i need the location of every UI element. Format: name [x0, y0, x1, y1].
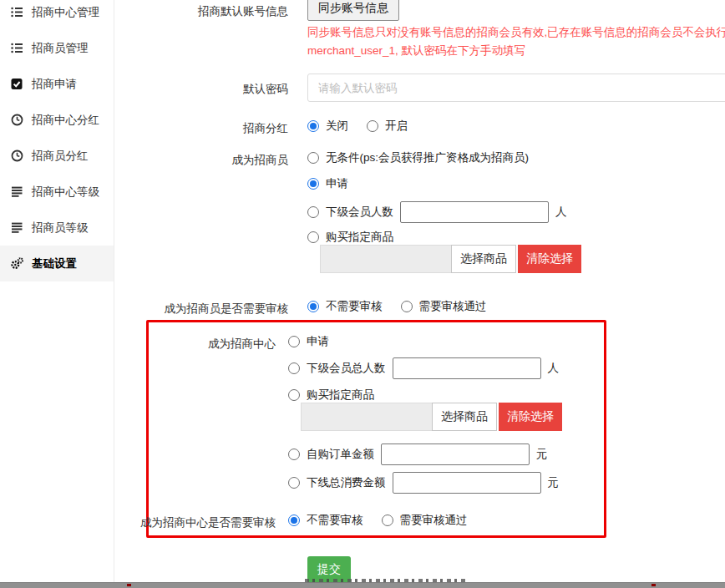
radio-agent-audit-no-label[interactable]: 不需要审核: [326, 299, 383, 314]
radio-agent-unconditional[interactable]: [307, 152, 319, 164]
center-option-self-order[interactable]: 自购订单金额 元: [288, 444, 548, 465]
center-option-total-sub-members-label: 下级会员总人数: [307, 361, 386, 376]
agent-select-product-button[interactable]: 选择商品: [451, 245, 516, 273]
sidebar-item-basic-settings[interactable]: 基础设置: [0, 246, 114, 281]
sidebar-item-label: 招商中心分红: [32, 113, 99, 128]
radio-center-audit-no-label[interactable]: 不需要审核: [307, 513, 363, 528]
agent-sub-members-input[interactable]: [400, 201, 549, 223]
sidebar: 招商中心管理 招商员管理 招商申请 招商中心分红 招商员分红: [0, 0, 114, 582]
sidebar-item-label: 招商中心等级: [32, 185, 99, 200]
sync-account-button[interactable]: 同步账号信息: [307, 0, 399, 21]
center-self-order-input[interactable]: [381, 444, 530, 465]
bars-icon: [11, 185, 23, 198]
radio-center-self-order[interactable]: [288, 449, 300, 460]
radio-agent-apply[interactable]: [307, 178, 319, 190]
radio-agent-sub-members[interactable]: [307, 206, 319, 218]
center-option-apply[interactable]: 申请: [288, 334, 329, 349]
agent-option-apply-label: 申请: [326, 176, 348, 191]
radio-dividend-off-label[interactable]: 关闭: [326, 119, 348, 134]
gears-icon: [11, 257, 23, 270]
radio-agent-audit-no[interactable]: [307, 301, 319, 312]
center-audit-radio-group: 不需要审核 需要审核通过: [288, 513, 468, 528]
center-option-buy-product[interactable]: 购买指定商品: [288, 388, 374, 403]
center-product-display-field: [301, 403, 433, 431]
warning-text-line1: 同步账号信息只对没有账号信息的招商会员有效,已存在账号信息的招商会员不会执行该程…: [307, 25, 725, 40]
sidebar-item-center-dividend[interactable]: 招商中心分红: [0, 102, 114, 138]
sidebar-item-merchant-application[interactable]: 招商申请: [0, 66, 114, 102]
become-agent-label: 成为招商员: [114, 153, 288, 168]
agent-product-selector: 选择商品 清除选择: [320, 245, 581, 273]
agent-option-apply[interactable]: 申请: [307, 176, 348, 191]
center-option-downline-total[interactable]: 下线总消费金额 元: [288, 472, 559, 494]
sidebar-item-label: 招商员分红: [32, 149, 89, 164]
sidebar-item-label: 招商申请: [32, 77, 77, 92]
agent-option-unconditional-label: 无条件(ps:会员获得推广资格成为招商员): [326, 150, 529, 165]
radio-agent-audit-yes[interactable]: [401, 301, 413, 312]
agent-sub-members-suffix: 人: [555, 205, 567, 220]
agent-option-sub-members-label: 下级会员人数: [326, 205, 393, 220]
center-select-product-button[interactable]: 选择商品: [432, 403, 497, 431]
radio-center-buy-product[interactable]: [288, 389, 300, 401]
horizontal-scrollbar[interactable]: [0, 582, 725, 588]
sidebar-item-label: 基础设置: [32, 256, 77, 271]
radio-agent-buy-product[interactable]: [307, 231, 319, 243]
sidebar-item-staff-level[interactable]: 招商员等级: [0, 210, 114, 246]
become-center-label: 成为招商中心: [114, 337, 276, 352]
clock-icon: [11, 150, 23, 162]
default-password-label: 默认密码: [114, 82, 288, 97]
dividend-radio-group: 关闭 开启: [307, 119, 408, 134]
radio-center-audit-yes[interactable]: [382, 514, 393, 526]
scrollbar-red-tick: [651, 584, 656, 586]
sidebar-item-label: 招商中心管理: [32, 5, 99, 20]
check-square-icon: [11, 78, 23, 90]
center-option-buy-product-label: 购买指定商品: [307, 388, 374, 403]
clock-icon: [11, 114, 23, 126]
radio-center-total-sub-members[interactable]: [288, 362, 300, 374]
center-total-sub-members-input[interactable]: [393, 357, 541, 379]
agent-option-unconditional[interactable]: 无条件(ps:会员获得推广资格成为招商员): [307, 150, 529, 165]
radio-center-audit-yes-label[interactable]: 需要审核通过: [400, 513, 468, 528]
center-option-apply-label: 申请: [307, 334, 329, 349]
sidebar-item-merchant-staff-management[interactable]: 招商员管理: [0, 30, 114, 66]
bars-icon: [11, 221, 23, 234]
radio-center-downline-total[interactable]: [288, 477, 300, 489]
list-icon: [11, 6, 23, 18]
list-icon: [11, 42, 23, 54]
center-total-sub-members-suffix: 人: [548, 361, 560, 376]
center-option-total-sub-members[interactable]: 下级会员总人数 人: [288, 357, 559, 379]
sidebar-item-staff-dividend[interactable]: 招商员分红: [0, 138, 114, 174]
radio-center-apply[interactable]: [288, 336, 300, 347]
agent-product-display-field: [320, 245, 452, 273]
default-password-input[interactable]: [307, 74, 725, 102]
center-downline-total-suffix: 元: [548, 475, 560, 490]
center-option-downline-total-label: 下线总消费金额: [307, 475, 386, 490]
sidebar-item-label: 招商员管理: [32, 41, 89, 56]
agent-option-sub-members[interactable]: 下级会员人数 人: [307, 201, 567, 223]
agent-audit-radio-group: 不需要审核 需要审核通过: [307, 299, 487, 314]
sidebar-item-label: 招商员等级: [32, 220, 89, 236]
agent-option-buy-product[interactable]: 购买指定商品: [307, 230, 393, 245]
scrollbar-red-tick: [127, 584, 131, 586]
center-self-order-suffix: 元: [536, 447, 548, 462]
agent-option-buy-product-label: 购买指定商品: [326, 230, 393, 245]
radio-center-audit-no[interactable]: [288, 514, 300, 526]
account-info-label: 招商默认账号信息: [114, 4, 288, 19]
settings-form: 招商默认账号信息 同步账号信息 同步账号信息只对没有账号信息的招商会员有效,已存…: [114, 0, 725, 582]
sidebar-item-merchant-center-management[interactable]: 招商中心管理: [0, 0, 114, 30]
dividend-label: 招商分红: [114, 121, 288, 136]
agent-clear-selection-button[interactable]: 清除选择: [518, 245, 581, 273]
radio-dividend-on-label[interactable]: 开启: [385, 119, 408, 134]
radio-dividend-off[interactable]: [307, 120, 319, 132]
agent-audit-label: 成为招商员是否需要审核: [114, 302, 288, 317]
sidebar-item-center-level[interactable]: 招商中心等级: [0, 174, 114, 210]
center-audit-label: 成为招商中心是否需要审核: [114, 515, 276, 530]
center-clear-selection-button[interactable]: 清除选择: [499, 403, 562, 431]
center-option-self-order-label: 自购订单金额: [307, 447, 374, 462]
center-product-selector: 选择商品 清除选择: [301, 403, 562, 431]
radio-dividend-on[interactable]: [367, 120, 378, 132]
sidebar-menu: 招商中心管理 招商员管理 招商申请 招商中心分红 招商员分红: [0, 0, 114, 281]
center-downline-total-input[interactable]: [393, 472, 541, 494]
warning-text-line2: merchant_user_1, 默认密码在下方手动填写: [307, 43, 525, 58]
radio-agent-audit-yes-label[interactable]: 需要审核通过: [419, 299, 487, 314]
